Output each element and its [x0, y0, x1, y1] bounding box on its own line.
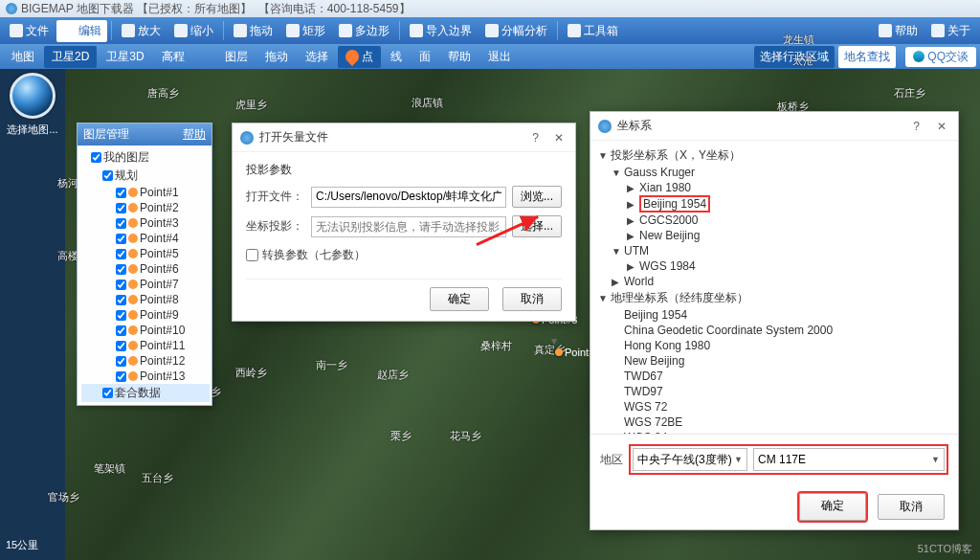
- place-label: 石庄乡: [894, 86, 925, 101]
- edit-menu[interactable]: 编辑: [56, 20, 107, 42]
- tree-node[interactable]: CGCS2000: [639, 213, 698, 227]
- cancel-button[interactable]: 取消: [878, 494, 945, 520]
- sub-select[interactable]: 选择: [298, 46, 336, 68]
- tree-point[interactable]: Point#9: [81, 307, 210, 323]
- place-label: 栗乡: [390, 429, 412, 443]
- convert-checkbox[interactable]: [246, 249, 258, 261]
- tree-overlay[interactable]: 套合数据: [81, 384, 210, 402]
- dialog-title: 打开矢量文件: [259, 129, 328, 146]
- ok-button[interactable]: 确定: [430, 287, 489, 311]
- zoomin-button[interactable]: 放大: [116, 20, 167, 42]
- sub-help[interactable]: 帮助: [440, 46, 479, 68]
- close-icon[interactable]: ✕: [933, 120, 950, 133]
- place-label: 南一乡: [316, 358, 347, 372]
- browse-button[interactable]: 浏览...: [512, 186, 562, 208]
- split-icon: [485, 24, 499, 37]
- tree-point[interactable]: Point#2: [81, 200, 210, 215]
- tree-node[interactable]: UTM: [624, 244, 649, 258]
- tree-node[interactable]: WGS 1984: [639, 259, 696, 273]
- tree-root[interactable]: ▾我的图层: [81, 148, 210, 167]
- meridian-select[interactable]: 中央子午线(3度带)▼: [633, 448, 747, 471]
- maptype-map[interactable]: 地图: [4, 46, 42, 68]
- rect-button[interactable]: 矩形: [280, 20, 331, 42]
- qq-icon: [913, 51, 924, 62]
- tree-node[interactable]: WGS 72BE: [598, 414, 950, 430]
- tree-node[interactable]: New Beijing: [598, 353, 950, 369]
- sub-exit[interactable]: 退出: [480, 46, 519, 68]
- place-search-button[interactable]: 地名查找: [838, 46, 896, 68]
- tree-node[interactable]: TWD67: [598, 369, 950, 384]
- choose-button[interactable]: 选择...: [512, 215, 562, 237]
- tree-point[interactable]: Point#8: [81, 292, 210, 307]
- zoomout-button[interactable]: 缩小: [168, 20, 219, 42]
- section-label: 投影参数: [246, 162, 562, 178]
- file-menu[interactable]: 文件: [4, 20, 55, 42]
- sub-line[interactable]: 线: [383, 46, 410, 68]
- maptype-sat3d[interactable]: 卫星3D: [99, 46, 151, 68]
- drag-button[interactable]: 拖动: [228, 20, 278, 42]
- tree-node[interactable]: China Geodetic Coordinate System 2000: [598, 323, 950, 338]
- layer-tree: ▾我的图层 ▾规划 Point#1Point#2Point#3Point#4Po…: [78, 146, 212, 405]
- open-file-input[interactable]: [311, 187, 506, 208]
- tree-point[interactable]: Point#1: [81, 185, 210, 200]
- tree-node[interactable]: TWD97: [598, 384, 950, 399]
- tree-node[interactable]: Beijing 1954: [598, 307, 950, 323]
- place-label: 花马乡: [450, 429, 481, 443]
- earth-icon[interactable]: [10, 73, 56, 119]
- dialog-titlebar[interactable]: 打开矢量文件 ? ✕: [233, 123, 575, 152]
- tree-node[interactable]: Xian 1980: [639, 181, 691, 194]
- sub-area[interactable]: 面: [412, 46, 438, 68]
- maptype-sat2d[interactable]: 卫星2D: [44, 46, 97, 68]
- select-map-label[interactable]: 选择地图...: [0, 123, 65, 137]
- maptype-elev[interactable]: 高程: [154, 46, 192, 68]
- sub-layers[interactable]: 图层: [217, 46, 256, 68]
- tree-node[interactable]: Gauss Kruger: [624, 166, 695, 179]
- ok-button[interactable]: 确定: [799, 493, 866, 521]
- tree-point[interactable]: Point#4: [81, 231, 210, 246]
- tree-node[interactable]: Hong Kong 1980: [598, 338, 950, 353]
- place-label: 太沧: [792, 54, 813, 68]
- tree-point[interactable]: Point#12: [81, 353, 210, 369]
- tree-node[interactable]: WGS 72: [598, 399, 950, 414]
- dialog-titlebar[interactable]: 坐标系 ? ✕: [590, 112, 958, 141]
- tree-point[interactable]: Point#13: [81, 369, 210, 384]
- split-button[interactable]: 分幅分析: [479, 20, 553, 42]
- tree-point[interactable]: Point#11: [81, 338, 210, 353]
- tree-point[interactable]: Point#7: [81, 277, 210, 292]
- tree-node[interactable]: 投影坐标系（X，Y坐标）: [611, 147, 741, 164]
- globe-icon: [240, 131, 254, 145]
- layer-help-link[interactable]: 帮助: [183, 126, 206, 143]
- polygon-button[interactable]: 多边形: [333, 20, 395, 42]
- coord-tree[interactable]: ▼投影坐标系（X，Y坐标） ▼Gauss Kruger ▶Xian 1980 ▶…: [590, 141, 958, 434]
- tree-node[interactable]: 地理坐标系（经纬度坐标）: [611, 290, 748, 306]
- cancel-button[interactable]: 取消: [502, 287, 562, 311]
- app-icon: [6, 3, 17, 14]
- tools-button[interactable]: 工具箱: [562, 20, 624, 42]
- main-toolbar: 文件 编辑 放大 缩小 拖动 矩形 多边形 导入边界 分幅分析 工具箱 帮助 关…: [0, 17, 980, 44]
- close-icon[interactable]: ✕: [550, 131, 568, 145]
- tree-node[interactable]: New Beijing: [639, 229, 700, 242]
- qq-chat-button[interactable]: QQ交谈: [905, 47, 976, 67]
- region-row: 地区 中央子午线(3度带)▼ CM 117E▼: [590, 434, 958, 484]
- sub-point[interactable]: 点: [338, 46, 381, 68]
- about-button[interactable]: 关于: [925, 20, 976, 42]
- projection-input[interactable]: [311, 216, 506, 237]
- open-file-label: 打开文件：: [246, 189, 305, 205]
- import-button[interactable]: 导入边界: [404, 20, 478, 42]
- tree-point[interactable]: Point#5: [81, 246, 210, 261]
- tree-point[interactable]: Point#6: [81, 261, 210, 277]
- zoomin-icon: [122, 24, 135, 37]
- tree-node[interactable]: World: [624, 275, 654, 288]
- tree-point[interactable]: Point#3: [81, 215, 210, 231]
- help-button[interactable]: 帮助: [873, 20, 924, 42]
- help-icon[interactable]: ?: [528, 131, 543, 145]
- layer-panel-header[interactable]: 图层管理 帮助: [78, 123, 212, 146]
- help-icon[interactable]: ?: [909, 120, 924, 133]
- sub-drag[interactable]: 拖动: [257, 46, 296, 68]
- place-label: 唐高乡: [147, 86, 179, 101]
- pin-icon: [343, 47, 362, 66]
- cm-select[interactable]: CM 117E▼: [753, 448, 945, 471]
- tree-point[interactable]: Point#10: [81, 323, 210, 338]
- tree-group[interactable]: ▾规划: [81, 167, 210, 185]
- tree-node-beijing1954[interactable]: Beijing 1954: [639, 195, 710, 213]
